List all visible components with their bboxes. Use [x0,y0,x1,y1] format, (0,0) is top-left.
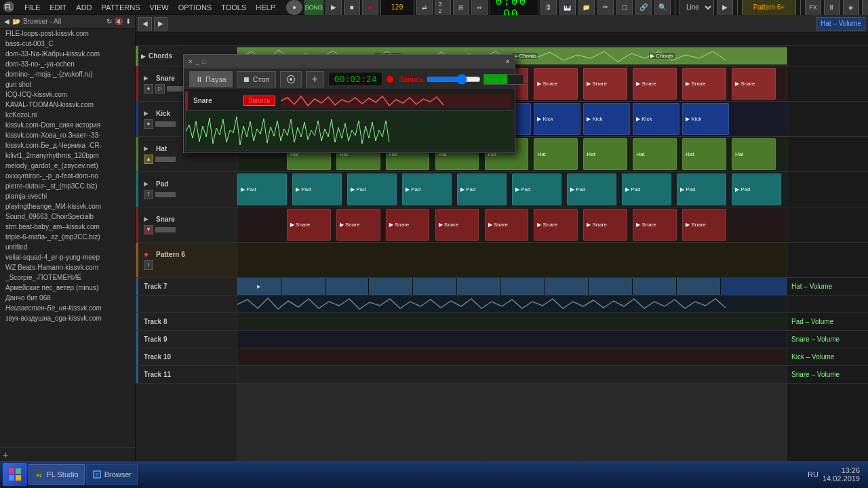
pad-segment[interactable]: ▶ Pad [402,174,452,205]
vol-slider[interactable] [155,157,176,162]
browser-item[interactable]: Sound_09663_ChoirSpecialb [0,211,135,222]
track9-row[interactable] [237,331,787,348]
add-track-button[interactable]: + [306,71,324,87]
hat-segment[interactable]: Hat [732,138,776,170]
snare2-track-row[interactable]: ▶ Snare ▶ Snare ▶ Snare ▶ Snare ▶ Snare … [237,207,787,243]
menu-options[interactable]: OPTIONS [174,2,216,13]
select-btn[interactable]: ◻ [616,0,633,16]
hat-segment[interactable]: Hat [534,138,578,170]
browser-item[interactable]: KAVAL-TOOMAN-kissvk.com [0,100,135,110]
mute-btn[interactable]: ● [144,119,153,129]
browser-item[interactable]: dom-33-no-_-ya-ochen [0,59,135,69]
snare-segment[interactable]: ▶ Snare [534,68,578,100]
solo-btn[interactable]: ▷ [155,84,165,94]
browser-item[interactable]: kilivt1_2manyrhythms_120bpm [0,150,135,161]
play-btn[interactable]: ▶ [326,0,342,16]
pad-segment[interactable]: ▶ Pad [237,174,287,205]
audio-block[interactable] [369,278,413,295]
audio-block[interactable] [677,278,721,295]
menu-view[interactable]: VIEW [146,2,173,13]
browser-item[interactable]: oxxxymiron-_-p_a-feat-dom-no [0,171,135,181]
transport-close-icon[interactable]: ✕ [188,58,193,65]
link-btn[interactable]: ⇔ [471,0,488,16]
audio-block[interactable] [545,278,589,295]
browser-item[interactable]: Данчо бит 068 [0,293,135,303]
track-expand-btn[interactable]: ▶ [141,53,146,60]
pad-segment[interactable]: ▶ Pad [622,174,671,205]
browser-item[interactable]: gun shot [0,79,135,89]
vol-slider[interactable] [155,192,176,197]
browser-item[interactable]: melody_gardot_e_(zaycev.net) [0,161,135,171]
browser-btn[interactable]: 📁 [578,0,595,16]
browser-item[interactable]: strn.beat-baby_am--kissvk.com [0,222,135,232]
stop-btn[interactable]: ■ [344,0,360,16]
track7-row[interactable]: ▶ [237,278,787,296]
snap-btn[interactable]: ⊞ [453,0,469,16]
piano-roll-btn[interactable]: 🎹 [559,0,576,16]
transport-titlebar[interactable]: ✕ _ □ ✕ [184,55,515,68]
fx3-btn[interactable]: ◈ [843,0,859,16]
pad-segment[interactable]: ▶ Pad [567,174,616,205]
browser-item[interactable]: Неизвестен-Бе_ня-kissvk.com [0,303,135,313]
browser-item[interactable]: velial-squad-4_er-p-yung-meep [0,252,135,262]
browser-item[interactable]: ICQ-ICQ-kissvk.com [0,89,135,100]
pad-segment[interactable]: ▶ Pad [292,174,342,205]
browser-refresh-btn[interactable]: ↻ [106,18,112,25]
audio-block-last[interactable] [721,278,787,295]
snare-segment[interactable]: ▶ Snare [633,68,677,100]
monitor-button[interactable]: ⦿ [280,71,302,87]
song-mode-btn[interactable]: SONG [304,0,323,16]
audio-block[interactable] [633,278,677,295]
mute-btn[interactable]: ● [144,84,153,94]
browser-item[interactable]: kcKozoLni [0,110,135,120]
browser-item[interactable]: domino-_-moja-_-(zvukoff.ru) [0,69,135,79]
menu-help[interactable]: HELP [252,2,279,13]
fx1-btn[interactable]: FX [805,0,821,16]
zoom-btn[interactable]: 🔍 [654,0,671,16]
pad-segment[interactable]: ▶ Pad [347,174,397,205]
browser-item[interactable]: FILE-loops-post-kissvk.com [0,28,135,39]
browser-item[interactable]: kissvk.com-Хова_го Знает--33- [0,130,135,140]
track11-row[interactable] [237,366,787,384]
kick-segment[interactable]: ▶ Kick [633,103,679,135]
kick-segment[interactable]: ▶ Kick [682,103,729,135]
browser-mute-btn[interactable]: 🔇 [115,18,123,25]
menu-patterns[interactable]: PATTERNS [98,2,144,13]
playlist-tb-left-btn[interactable]: ◀ [138,17,152,30]
snare-segment[interactable]: ▶ Snare [682,68,726,100]
mute-btn[interactable]: ▼ [144,225,153,235]
browser-item[interactable]: Армейские пес_ветер (minus) [0,283,135,293]
hat-segment[interactable]: Hat [633,138,677,170]
fx2-btn[interactable]: 🎚 [824,0,840,16]
logo-circle-btn[interactable]: ● [286,0,302,15]
transport-close2-icon[interactable]: ✕ [505,58,511,65]
snare2-segment[interactable]: ▶ Snare [583,209,627,241]
audio-block[interactable] [589,278,633,295]
menu-file[interactable]: FILE [20,2,44,13]
snare2-segment[interactable]: ▶ Snare [485,209,529,241]
menu-edit[interactable]: EDIT [45,2,71,13]
audio-block[interactable] [457,278,501,295]
browser-add-btn[interactable]: + [3,449,8,460]
browser-item[interactable]: triple-6-mafia-_az_(mp3CC.biz) [0,232,135,242]
snare2-segment[interactable]: ▶ Snare [386,209,430,241]
audio-block[interactable] [326,278,370,295]
browser-item[interactable]: kissvk.com-Бе_д-Черника -СR- [0,140,135,150]
browser-item[interactable]: untitled [0,242,135,252]
pad-track-row[interactable]: ▶ Pad ▶ Pad ▶ Pad ▶ Pad ▶ Pad ▶ Pad ▶ Pa… [237,172,787,207]
browser-taskbar-btn[interactable]: B Browser [86,464,138,485]
mute-btn[interactable]: I [144,260,153,270]
browser-item[interactable]: pierre-dutour-_st_(mp3CC.biz) [0,181,135,191]
record-btn[interactable]: ● [362,0,378,16]
browser-item[interactable]: plamja-svechi [0,191,135,201]
pause-button[interactable]: ⏸ Пауза [189,71,233,87]
hat-segment[interactable]: Hat [583,138,627,170]
track7-wave-row[interactable] [237,296,787,313]
mute-btn[interactable]: ▲ [144,155,153,164]
line-mode-select[interactable]: Line [679,0,714,16]
browser-item[interactable]: WZ Beats-Hamann-kissvk.com [0,262,135,272]
browser-back-icon[interactable]: ◀ [4,18,9,25]
shuffle-btn[interactable]: ⇌ [416,0,433,16]
audio-block[interactable] [413,278,457,295]
audio-block[interactable]: ▶ [237,278,281,295]
